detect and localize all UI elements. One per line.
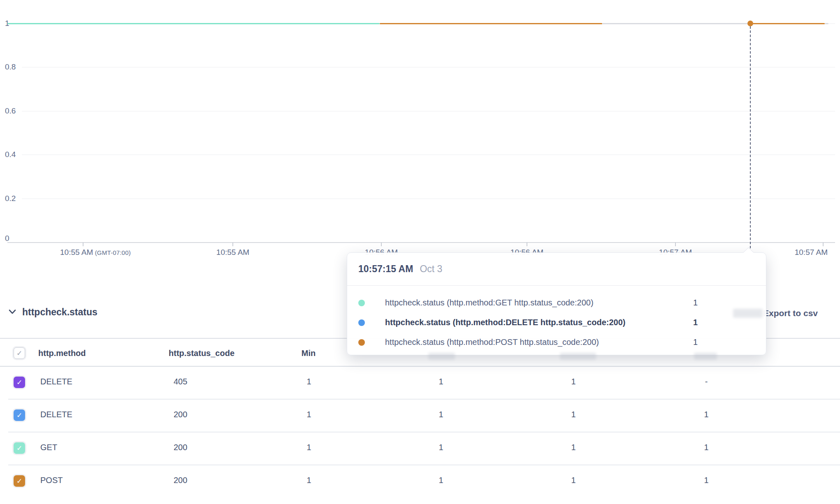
- series-dot-delete: [358, 319, 365, 326]
- tooltip-series-label: httpcheck.status (http.method:POST http.…: [385, 338, 599, 347]
- cell-method: POST: [40, 476, 63, 485]
- x-axis-tick: [232, 242, 233, 246]
- column-header-status-code[interactable]: http.status_code: [169, 349, 234, 358]
- y-axis-label: 0: [5, 234, 9, 243]
- cell-method: DELETE: [40, 377, 72, 386]
- line-segment-gap: [602, 23, 748, 24]
- table-row[interactable]: ✓ DELETE 405 1 1 1 -: [0, 366, 840, 399]
- tooltip-series-row-highlighted: httpcheck.status (http.method:DELETE htt…: [347, 318, 766, 328]
- cell-min: 1: [306, 377, 311, 386]
- table-row[interactable]: ✓ GET 200 1 1 1 1: [0, 432, 840, 465]
- x-axis-tick: [83, 242, 84, 246]
- cell-value: 1: [571, 476, 575, 485]
- hover-point-marker: [747, 21, 753, 26]
- cell-status-code: 405: [174, 377, 187, 386]
- tooltip-date: Oct 3: [420, 264, 442, 274]
- chevron-down-icon[interactable]: [8, 309, 16, 317]
- cell-value: 1: [571, 443, 575, 452]
- obscured-content-smudge: [694, 353, 717, 360]
- cell-method: GET: [40, 443, 57, 452]
- x-axis-tick: [675, 242, 676, 246]
- line-segment-get: [7, 23, 380, 24]
- cell-min: 1: [306, 476, 311, 485]
- tooltip-series-row: httpcheck.status (http.method:POST http.…: [347, 338, 766, 347]
- tooltip-divider: [347, 285, 766, 286]
- obscured-content-smudge: [428, 353, 455, 360]
- series-checkbox[interactable]: ✓: [14, 442, 25, 454]
- cell-value: 1: [439, 377, 443, 386]
- gridline: [22, 155, 835, 155]
- cell-min: 1: [306, 410, 311, 419]
- y-axis-label: 0.6: [5, 107, 16, 115]
- x-axis-label: 10:55 AM: [216, 248, 249, 257]
- table-row[interactable]: ✓ POST 200 1 1 1 1: [0, 465, 840, 497]
- column-header-method[interactable]: http.method: [38, 349, 86, 358]
- x-axis-line: [7, 242, 835, 243]
- gridline: [22, 111, 835, 111]
- series-checkbox[interactable]: ✓: [14, 377, 25, 388]
- series-dot-post: [358, 339, 365, 346]
- section-title[interactable]: httpcheck.status: [22, 307, 97, 318]
- cell-status-code: 200: [174, 443, 187, 452]
- tooltip-series-value: 1: [693, 318, 698, 327]
- hover-crosshair-line: [750, 26, 751, 248]
- gridline: [22, 199, 835, 199]
- line-segment-gap: [825, 23, 828, 24]
- chart-hover-tooltip: 10:57:15 AMOct 3 httpcheck.status (http.…: [347, 252, 766, 355]
- tooltip-series-label: httpcheck.status (http.method:DELETE htt…: [385, 318, 626, 327]
- select-all-checkbox[interactable]: ✓: [14, 347, 25, 359]
- y-axis-label: 0.8: [5, 63, 16, 71]
- cell-status-code: 200: [174, 410, 187, 419]
- export-to-csv-button[interactable]: Export to csv: [763, 308, 818, 318]
- series-checkbox[interactable]: ✓: [14, 475, 25, 487]
- cell-status-code: 200: [174, 476, 187, 485]
- line-segment-post: [753, 23, 825, 24]
- series-checkbox[interactable]: ✓: [14, 409, 25, 421]
- cell-method: DELETE: [40, 410, 72, 419]
- x-axis-label: 10:55 AM (GMT-07:00): [60, 248, 131, 257]
- tooltip-series-value: 1: [693, 298, 698, 307]
- tooltip-series-value: 1: [693, 338, 698, 347]
- cell-value: 1: [704, 410, 708, 419]
- x-axis-tick: [527, 242, 527, 246]
- series-dot-get: [358, 300, 365, 306]
- tooltip-header: 10:57:15 AMOct 3: [358, 264, 442, 275]
- cell-value: 1: [439, 443, 443, 452]
- cell-value: 1: [704, 443, 708, 452]
- metrics-explorer-page: 1 0.8 0.6 0.4 0.2 0 10:55 AM (GMT-07:00): [0, 0, 840, 504]
- gridline: [22, 67, 835, 67]
- obscured-content-smudge: [560, 353, 596, 360]
- table-row[interactable]: ✓ DELETE 200 1 1 1 1: [0, 399, 840, 432]
- y-axis-label: 0.2: [5, 194, 16, 203]
- column-header-min[interactable]: Min: [302, 349, 316, 358]
- x-axis-tick: [823, 242, 824, 246]
- obscured-content-smudge: [733, 309, 763, 318]
- tooltip-series-label: httpcheck.status (http.method:GET http.s…: [385, 298, 594, 307]
- x-axis-label: 10:57 AM: [795, 248, 828, 257]
- line-segment-post: [380, 23, 602, 24]
- tooltip-timestamp: 10:57:15 AM: [358, 264, 413, 274]
- cell-min: 1: [306, 443, 311, 452]
- tooltip-series-row: httpcheck.status (http.method:GET http.s…: [347, 298, 766, 308]
- x-axis-tick: [381, 242, 382, 246]
- cell-value: -: [705, 377, 708, 386]
- cell-value: 1: [439, 476, 443, 485]
- timeseries-chart[interactable]: 1 0.8 0.6 0.4 0.2 0 10:55 AM (GMT-07:00): [0, 0, 840, 263]
- y-axis-label: 0.4: [5, 150, 16, 159]
- cell-value: 1: [439, 410, 443, 419]
- cell-value: 1: [571, 410, 575, 419]
- cell-value: 1: [571, 377, 575, 386]
- cell-value: 1: [704, 476, 708, 485]
